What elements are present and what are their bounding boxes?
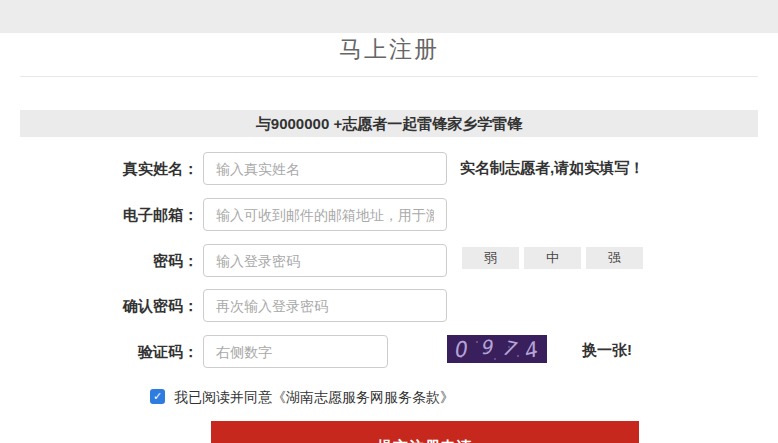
terms-link[interactable]: 《湖南志愿服务网服务条款》 xyxy=(272,389,454,405)
agreement-prefix: 我已阅读并同意 xyxy=(174,389,272,405)
strength-medium-badge: 中 xyxy=(524,247,581,269)
page-title: 马上注册 xyxy=(0,34,778,65)
captcha-image[interactable]: 0 9 7 4 xyxy=(447,335,547,363)
strength-strong-badge: 强 xyxy=(586,247,643,269)
title-divider xyxy=(20,76,758,77)
checkmark-icon: ✓ xyxy=(153,391,162,402)
captcha-input[interactable] xyxy=(203,335,388,368)
agreement-text: 我已阅读并同意《湖南志愿服务网服务条款》 xyxy=(174,389,454,407)
email-input[interactable] xyxy=(203,198,447,231)
password-strength-meter: 弱 中 强 xyxy=(462,247,643,269)
real-name-hint: 实名制志愿者,请如实填写！ xyxy=(460,159,644,178)
strength-weak-badge: 弱 xyxy=(462,247,519,269)
submit-registration-button[interactable]: 提交注册申请 xyxy=(211,421,639,443)
password-input[interactable] xyxy=(203,244,447,277)
email-label: 电子邮箱： xyxy=(0,206,198,225)
volunteer-count-banner: 与9000000 +志愿者一起雷锋家乡学雷锋 xyxy=(20,110,758,137)
confirm-password-input[interactable] xyxy=(203,289,447,322)
real-name-label: 真实姓名： xyxy=(0,160,198,179)
real-name-input[interactable] xyxy=(203,152,447,185)
confirm-password-label: 确认密码： xyxy=(0,297,198,316)
captcha-label: 验证码： xyxy=(0,343,198,362)
registration-page: 马上注册 与9000000 +志愿者一起雷锋家乡学雷锋 真实姓名： 实名制志愿者… xyxy=(0,0,778,443)
agreement-checkbox[interactable]: ✓ xyxy=(150,389,165,404)
captcha-refresh-link[interactable]: 换一张! xyxy=(582,341,632,360)
password-label: 密码： xyxy=(0,252,198,271)
top-bar xyxy=(0,0,778,33)
